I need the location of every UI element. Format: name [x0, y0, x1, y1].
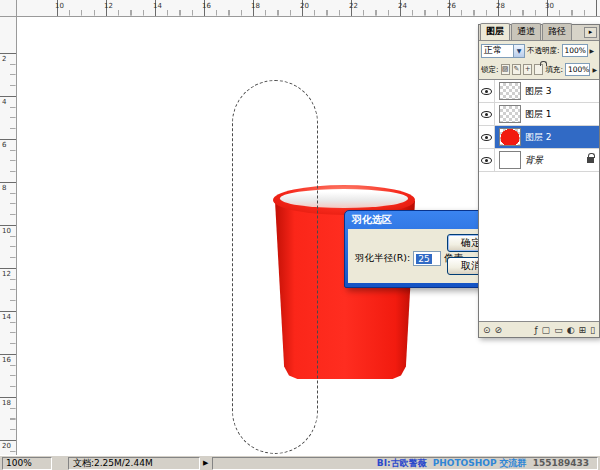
ruler-number: 8 [2, 184, 6, 192]
layer-name: 图层 3 [525, 85, 552, 98]
feather-radius-label: 羽化半径(R): [355, 252, 410, 265]
dialog-title: 羽化选区 [352, 213, 392, 227]
eye-icon [481, 88, 492, 95]
photoshop-window: 10 12 14 16 18 20 22 24 26 28 30 2 4 6 8… [0, 0, 600, 470]
layer-thumbnail[interactable] [499, 128, 521, 146]
ruler-number: 14 [153, 2, 162, 10]
layer-thumbnail[interactable] [499, 105, 521, 123]
watermark-number: 155189433 [533, 458, 589, 469]
lock-transparency-icon[interactable]: ▨ [501, 64, 510, 75]
visibility-toggle[interactable] [479, 80, 495, 102]
adjustment-layer-icon[interactable]: ◐ [567, 323, 575, 337]
ruler-number: 20 [300, 2, 309, 10]
ruler-number: 4 [2, 98, 6, 106]
ruler-number: 26 [447, 2, 456, 10]
ruler-number: 12 [2, 270, 11, 278]
blend-mode-value: 正常 [484, 44, 502, 57]
opacity-input[interactable]: 100% [562, 44, 588, 57]
lock-pixels-icon[interactable]: ✎ [512, 64, 521, 75]
background-lock-icon [587, 157, 594, 163]
delete-layer-icon[interactable]: ▯ [590, 323, 595, 337]
feather-radius-value: 25 [416, 254, 431, 264]
ruler-number: 2 [2, 55, 6, 63]
eye-icon [481, 157, 492, 164]
eye-icon [481, 134, 492, 141]
eye-icon [481, 111, 492, 118]
blend-mode-select[interactable]: 正常 ▼ [481, 44, 525, 58]
ruler-number: 16 [2, 356, 11, 364]
opacity-slider-icon[interactable]: ▶ [590, 47, 595, 54]
layer-style-icon[interactable]: ƒ [534, 323, 537, 337]
layer-row-selected[interactable]: 图层 2 [479, 126, 599, 149]
panel-tab-bar: 图层 通道 路径 ▸ [479, 25, 599, 41]
new-layer-icon[interactable]: ⊞ [579, 323, 587, 337]
visibility-toggle[interactable] [479, 149, 495, 171]
vertical-ruler: 2 4 6 8 10 12 14 16 18 20 [0, 17, 17, 455]
ruler-number: 10 [55, 2, 64, 10]
tab-paths[interactable]: 路径 [542, 23, 572, 40]
layer-name: 图层 1 [525, 108, 552, 121]
layer-thumbnail[interactable] [499, 82, 521, 100]
status-message-field: BI:古欧警薇 PHOTOSHOP 交流群 155189433 [212, 457, 598, 470]
ruler-number: 6 [2, 141, 6, 149]
ruler-number: 18 [251, 2, 260, 10]
ruler-number: 22 [349, 2, 358, 10]
lock-all-icon[interactable] [534, 64, 543, 75]
watermark-author: BI:古欧警薇 [377, 458, 427, 469]
ruler-number: 10 [2, 227, 11, 235]
lock-position-icon[interactable]: + [523, 64, 532, 75]
layers-panel: 图层 通道 路径 ▸ 正常 ▼ 不透明度: 100% ▶ 锁定: ▨ ✎ + 填… [478, 24, 600, 338]
layer-row-background[interactable]: 背景 [479, 149, 599, 172]
lock-row: 锁定: ▨ ✎ + 填充: 100% ▶ [479, 60, 599, 79]
layer-row[interactable]: 图层 1 [479, 103, 599, 126]
watermark-group: PHOTOSHOP 交流群 [433, 458, 527, 469]
layer-name: 背景 [525, 154, 543, 167]
status-bar: 100% 文档:2.25M/2.44M ▶ BI:古欧警薇 PHOTOSHOP … [0, 455, 600, 470]
layer-list: 图层 3 图层 1 图层 2 背景 [479, 79, 599, 321]
layer-thumbnail[interactable] [499, 151, 521, 169]
ruler-number: 28 [496, 2, 505, 10]
layer-name: 图层 2 [525, 131, 552, 144]
ruler-corner [0, 0, 17, 17]
tab-channels[interactable]: 通道 [511, 23, 541, 40]
horizontal-ruler: 10 12 14 16 18 20 22 24 26 28 30 [17, 0, 600, 17]
visibility-toggle[interactable] [479, 126, 495, 148]
ruler-number: 24 [398, 2, 407, 10]
chevron-down-icon: ▼ [513, 45, 524, 57]
tab-layers[interactable]: 图层 [480, 23, 510, 40]
lock-label: 锁定: [481, 65, 499, 75]
fill-label: 填充: [545, 65, 563, 75]
fill-input[interactable]: 100% [565, 63, 590, 76]
ruler-number: 30 [545, 2, 554, 10]
document-size-field: 文档:2.25M/2.44M [68, 457, 200, 470]
blend-mode-row: 正常 ▼ 不透明度: 100% ▶ [479, 41, 599, 60]
ruler-number: 20 [2, 442, 11, 450]
ruler-number: 12 [104, 2, 113, 10]
layer-row[interactable]: 图层 3 [479, 80, 599, 103]
panel-footer: ⊙ ⊘ ƒ ▢ ▭ ◐ ⊞ ▯ [479, 321, 599, 337]
new-group-icon[interactable]: ▭ [554, 323, 563, 337]
lock-indicator-icon[interactable]: ⊘ [495, 323, 503, 337]
panel-menu-icon[interactable]: ▸ [584, 27, 597, 38]
zoom-level-field[interactable]: 100% [2, 457, 52, 470]
ruler-number: 14 [2, 313, 11, 321]
add-mask-icon[interactable]: ▢ [542, 323, 551, 337]
link-layers-icon[interactable]: ⊙ [483, 323, 491, 337]
selection-marquee [232, 80, 318, 454]
opacity-label: 不透明度: [527, 46, 560, 56]
ruler-number: 16 [202, 2, 211, 10]
visibility-toggle[interactable] [479, 103, 495, 125]
status-menu-arrow-icon[interactable]: ▶ [203, 459, 208, 467]
ruler-number: 18 [2, 399, 11, 407]
fill-slider-icon[interactable]: ▶ [592, 66, 597, 73]
feather-radius-input[interactable]: 25 [413, 251, 441, 266]
